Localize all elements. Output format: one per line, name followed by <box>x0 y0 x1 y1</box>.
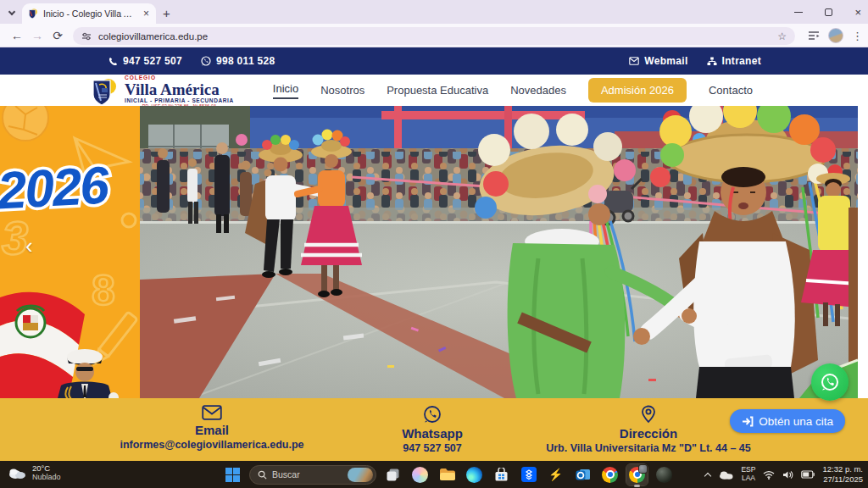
running-indicator <box>634 485 640 487</box>
weather-condition: Nublado <box>32 473 61 482</box>
file-explorer-button[interactable] <box>437 464 458 485</box>
windows-taskbar: 20°C Nublado Buscar <box>0 461 868 488</box>
school-shield-icon <box>88 78 119 107</box>
whatsapp-value[interactable]: 947 527 507 <box>403 442 462 454</box>
carousel-prev-icon[interactable]: ‹ <box>25 235 33 257</box>
toolbar-right-cluster: ⋮ <box>808 24 863 47</box>
festival-photo-art[interactable] <box>140 106 858 398</box>
language-indicator[interactable]: ESP LAA <box>741 466 755 483</box>
dropbox-button[interactable] <box>518 464 539 485</box>
admission-slide-art[interactable]: 3 8 2026 <box>0 106 140 398</box>
start-button[interactable] <box>222 464 243 485</box>
outlook-button[interactable] <box>572 464 593 485</box>
topbar-webmail-link[interactable]: Webmail <box>629 55 687 67</box>
outlook-icon <box>576 467 591 482</box>
cloud-icon <box>7 466 27 480</box>
topbar-phone[interactable]: 947 527 507 <box>108 55 182 67</box>
profile-avatar[interactable] <box>828 28 843 43</box>
browser-menu-icon[interactable]: ⋮ <box>852 30 863 42</box>
folder-icon <box>439 468 456 481</box>
new-tab-button[interactable]: + <box>163 6 170 20</box>
task-view-button[interactable] <box>382 464 403 485</box>
search-highlight-thumbnail[interactable] <box>348 468 373 482</box>
tab-title: Inicio - Colegio Villa América <box>43 8 136 19</box>
window-minimize-icon[interactable] <box>794 12 803 13</box>
back-icon[interactable]: ← <box>7 29 27 42</box>
copilot-icon <box>412 467 428 483</box>
app-dark-button[interactable] <box>654 464 675 485</box>
battery-icon[interactable] <box>801 470 815 479</box>
menu-contacto[interactable]: Contacto <box>709 84 753 97</box>
slide-year-text: 2026 <box>0 156 111 220</box>
browser-tab-strip: Inicio - Colegio Villa América × + × <box>0 0 868 24</box>
address-bar[interactable]: colegiovillamerica.edu.pe ☆ <box>73 27 795 45</box>
taskbar-weather-widget[interactable]: 20°C Nublado <box>7 463 61 482</box>
appointment-button-label: Obtén una cita <box>759 415 833 428</box>
address-value: Urb. Villa Universitaria Mz "D" Lt. 44 –… <box>546 442 751 454</box>
store-icon <box>494 468 509 482</box>
topbar-intranet-link[interactable]: Intranet <box>707 55 761 67</box>
edge-icon <box>466 467 482 483</box>
side-panel-icon[interactable] <box>808 30 820 41</box>
tab-close-icon[interactable]: × <box>142 8 151 19</box>
menu-inicio[interactable]: Inicio <box>273 82 298 99</box>
chrome-icon <box>602 467 618 483</box>
task-view-icon <box>386 468 400 482</box>
reload-icon[interactable]: ⟳ <box>47 29 68 42</box>
network-icon <box>707 57 717 66</box>
menu-nosotros[interactable]: Nosotros <box>320 84 364 97</box>
logo-name-text: Villa América <box>125 81 234 97</box>
menu-novedades[interactable]: Novedades <box>510 84 566 97</box>
window-controls: × <box>794 0 861 24</box>
email-title: Email <box>195 423 229 437</box>
email-value[interactable]: informes@colegiovillamerica.edu.pe <box>120 439 303 451</box>
wifi-icon[interactable] <box>763 470 775 480</box>
topbar-whatsapp[interactable]: 998 011 528 <box>201 55 275 67</box>
whatsapp-icon <box>201 56 211 66</box>
copilot-button[interactable] <box>409 464 431 485</box>
site-navbar: COLEGIO Villa América INICIAL - PRIMARIA… <box>0 75 868 106</box>
weather-temp: 20°C <box>32 463 61 473</box>
window-maximize-icon[interactable] <box>825 8 832 16</box>
onedrive-icon[interactable] <box>718 469 733 480</box>
volume-icon[interactable] <box>782 470 793 480</box>
window-close-icon[interactable]: × <box>854 7 861 18</box>
box-arrow-in-icon <box>742 416 754 427</box>
web-page: 947 527 507 998 011 528 <box>0 47 868 461</box>
svg-text:8: 8 <box>92 267 115 314</box>
clock-date: 27/11/2025 <box>822 474 863 485</box>
url-text[interactable]: colegiovillamerica.edu.pe <box>98 31 771 42</box>
profile-badge-icon <box>638 464 648 474</box>
menu-propuesta[interactable]: Propuesta Educativa <box>387 84 488 97</box>
tab-search-chevron-icon[interactable] <box>5 6 19 19</box>
contact-whatsapp[interactable]: Whatsapp 947 527 507 <box>339 405 526 454</box>
site-favicon-icon <box>27 8 38 19</box>
browser-tab[interactable]: Inicio - Colegio Villa América × <box>22 3 156 24</box>
tray-expand-icon[interactable] <box>704 472 711 479</box>
site-settings-tune-icon[interactable] <box>81 31 92 42</box>
dropbox-icon <box>521 467 537 482</box>
site-logo[interactable]: COLEGIO Villa América INICIAL - PRIMARIA… <box>88 75 234 108</box>
admission-button[interactable]: Admisión 2026 <box>588 78 687 103</box>
contact-email[interactable]: Email informes@colegiovillamerica.edu.pe <box>85 405 339 451</box>
search-placeholder: Buscar <box>272 469 342 480</box>
site-topbar: 947 527 507 998 011 528 <box>0 47 868 75</box>
main-menu: Inicio Nosotros Propuesta Educativa Nove… <box>273 75 753 106</box>
taskbar-clock[interactable]: 12:32 p. m. 27/11/2025 <box>822 464 863 485</box>
chrome-button[interactable] <box>599 464 620 485</box>
whatsapp-float-button[interactable] <box>811 363 849 401</box>
bolt-icon: ⚡ <box>548 468 563 481</box>
windows-logo-icon <box>225 468 240 482</box>
forward-icon[interactable]: → <box>27 29 47 42</box>
appointment-button[interactable]: Obtén una cita <box>730 409 845 433</box>
edge-button[interactable] <box>464 464 485 485</box>
dark-app-icon <box>656 467 672 483</box>
mail-icon <box>629 57 639 65</box>
quick-launch-bolt-button[interactable]: ⚡ <box>545 464 566 485</box>
hero-carousel: ‹ 3 8 2026 <box>0 106 868 398</box>
taskbar-search-box[interactable]: Buscar <box>249 465 376 485</box>
microsoft-store-button[interactable] <box>491 464 512 485</box>
search-icon <box>258 470 267 480</box>
bookmark-star-icon[interactable]: ☆ <box>777 30 787 42</box>
chrome-active-button[interactable] <box>626 464 648 485</box>
